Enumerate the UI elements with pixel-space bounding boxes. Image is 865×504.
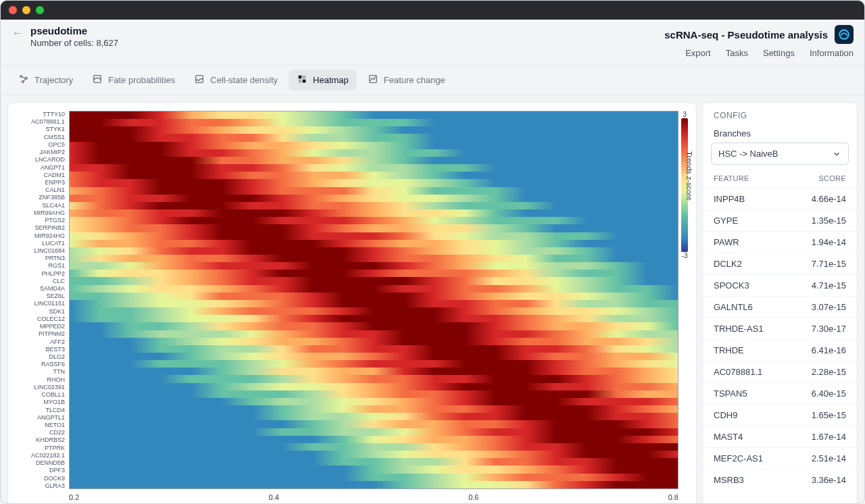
colorbar: 3 -3 Trends z-score: [678, 111, 691, 259]
tab-cell-state-density[interactable]: Cell-state density: [186, 70, 286, 91]
gene-label: BEST3: [15, 346, 65, 353]
heatmap-row: [70, 458, 678, 465]
gene-label: GLRA3: [15, 482, 65, 489]
feature-table-header: FEATURE SCORE: [703, 165, 857, 188]
tab-heatmap[interactable]: Heatmap: [289, 70, 357, 91]
gene-label: MPPED2: [15, 323, 65, 330]
branch-select[interactable]: HSC -> NaiveB: [711, 143, 849, 165]
feature-row[interactable]: TRHDE6.41e-16: [703, 339, 857, 361]
feature-row[interactable]: PAWR1.94e-14: [703, 231, 857, 253]
back-arrow-icon[interactable]: ←: [11, 26, 24, 41]
feature-score: 1.35e-15: [812, 216, 846, 226]
feature-score: 3.07e-15: [812, 302, 846, 312]
heatmap-row: [70, 436, 678, 443]
feature-name: MSRB3: [714, 475, 744, 485]
heatmap-row: [70, 383, 678, 390]
heatmap-row: [70, 179, 678, 186]
feature-row[interactable]: MAST41.67e-14: [703, 426, 857, 447]
config-heading: CONFIG: [703, 103, 857, 126]
gene-label: PTGS2: [15, 217, 65, 224]
heatmap-row: [70, 172, 678, 179]
heatmap-row: [70, 300, 678, 307]
svg-rect-8: [299, 80, 302, 83]
config-panel: CONFIG Branches HSC -> NaiveB FEATURE SC…: [702, 102, 858, 504]
feature-score: 6.41e-16: [812, 345, 846, 355]
x-tick: 0.2: [69, 493, 79, 501]
gene-label: GPC5: [15, 141, 65, 148]
gene-label: SLC4A1: [15, 202, 65, 209]
gene-label: DENND5B: [15, 459, 65, 466]
tab-label: Heatmap: [313, 75, 349, 85]
menu-settings[interactable]: Settings: [763, 48, 795, 58]
feature-row[interactable]: SPOCK34.71e-15: [703, 274, 857, 296]
gene-label: SAMD4A: [15, 285, 65, 292]
feature-row[interactable]: INPP4B4.66e-14: [703, 188, 857, 209]
menu-information[interactable]: Information: [810, 48, 854, 58]
heatmap-plot[interactable]: [69, 111, 678, 489]
gene-label: DOCK9: [15, 475, 65, 482]
tabbar: TrajectoryFate probabilitiesCell-state d…: [1, 66, 864, 95]
heatmap-row: [70, 240, 678, 247]
tab-fate-probabilities[interactable]: Fate probabilities: [84, 70, 183, 91]
header: ← pseudotime Number of cells: 8,627 scRN…: [1, 20, 864, 66]
feature-list[interactable]: INPP4B4.66e-14GYPE1.35e-15PAWR1.94e-14DC…: [703, 188, 857, 504]
window-close-button[interactable]: [9, 6, 17, 14]
gene-label: PITPNM2: [15, 330, 65, 337]
window-zoom-button[interactable]: [36, 6, 44, 14]
feature-score: 1.94e-14: [812, 237, 846, 247]
branches-label: Branches: [703, 126, 857, 143]
tab-trajectory[interactable]: Trajectory: [10, 70, 81, 91]
heatmap-row: [70, 142, 678, 149]
feature-row[interactable]: TRHDE-AS17.30e-17: [703, 318, 857, 339]
app-title: scRNA-seq - Pseudotime analysis: [664, 29, 828, 41]
heatmap-row: [70, 134, 678, 141]
heatmap-row: [70, 232, 678, 240]
heatmap-row: [70, 420, 678, 428]
heatmap-row: [70, 111, 678, 119]
tab-label: Feature change: [384, 75, 445, 85]
feature-row[interactable]: CDH91.65e-15: [703, 404, 857, 426]
heatmap-row: [70, 164, 678, 172]
heatmap-row: [70, 398, 678, 405]
heatmap-x-ticks: 0.20.40.60.8: [69, 489, 678, 501]
heatmap-row: [70, 443, 678, 451]
feature-row[interactable]: GYPE1.35e-15: [703, 209, 857, 231]
heatmap-row: [70, 413, 678, 420]
gene-label: MIR924HG: [15, 232, 65, 239]
gene-label: RHOH: [15, 376, 65, 383]
feature-score: 7.30e-17: [812, 324, 846, 334]
menu-export[interactable]: Export: [685, 48, 711, 58]
gene-label: CD22: [15, 429, 65, 436]
score-header: SCORE: [818, 174, 846, 182]
gene-label: ZNF385B: [15, 194, 65, 201]
x-tick: 0.8: [668, 493, 678, 501]
heatmap-row: [70, 353, 678, 360]
branch-select-value: HSC -> NaiveB: [718, 149, 778, 159]
feature-name: AC078881.1: [714, 367, 762, 377]
gene-label: DPF3: [15, 467, 65, 474]
menu-tasks[interactable]: Tasks: [726, 48, 748, 58]
gene-label: PHLPP2: [15, 270, 65, 277]
gene-label: COBLL1: [15, 391, 65, 398]
feature-row[interactable]: TSPAN56.40e-15: [703, 382, 857, 404]
gene-label: PRTN3: [15, 255, 65, 261]
feature-name: CDH9: [714, 410, 737, 420]
feature-score: 2.51e-14: [812, 453, 846, 463]
svg-rect-6: [299, 76, 302, 79]
heatmap-row: [70, 195, 678, 202]
heatmap-row: [70, 465, 678, 473]
gene-label: KHDRBS2: [15, 436, 65, 443]
heatmap-row: [70, 149, 678, 157]
feature-score: 3.36e-14: [812, 475, 846, 485]
feature-row[interactable]: GALNTL63.07e-15: [703, 296, 857, 318]
gene-label: ANGPT1: [15, 164, 65, 171]
feature-row[interactable]: MEF2C-AS12.51e-14: [703, 447, 857, 469]
feature-row[interactable]: AC078881.12.28e-15: [703, 361, 857, 382]
window-minimize-button[interactable]: [22, 6, 30, 14]
feature-row[interactable]: DCLK27.71e-15: [703, 253, 857, 274]
tab-feature-change[interactable]: Feature change: [360, 70, 453, 91]
gene-label: RASSF6: [15, 361, 65, 368]
gene-label: RGS1: [15, 262, 65, 269]
feature-row[interactable]: MSRB33.36e-14: [703, 469, 857, 490]
gene-label: SDK1: [15, 308, 65, 315]
